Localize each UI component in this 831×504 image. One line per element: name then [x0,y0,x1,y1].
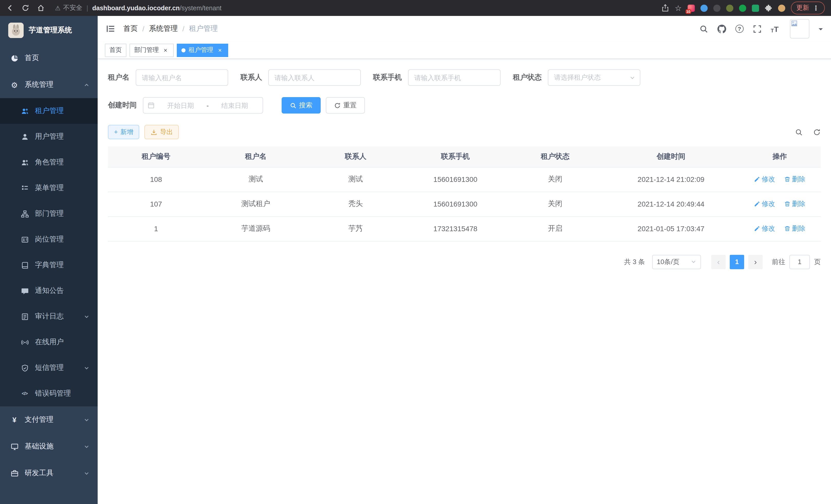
delete-label: 删除 [792,175,805,184]
delete-button[interactable]: 删除 [784,224,805,233]
tenant-name-input[interactable] [136,69,228,86]
sidebar-item-label: 首页 [25,53,39,63]
fullscreen-icon[interactable] [753,24,762,33]
sidebar-item-dict[interactable]: 字典管理 [0,252,98,278]
extension-icon-6[interactable] [752,4,759,11]
reset-button[interactable]: 重置 [326,97,365,114]
chevron-down-icon [84,417,89,422]
tenant-name-label: 租户名 [108,73,130,82]
cell-status: 关闭 [507,191,603,216]
phone-label: 联系手机 [373,73,402,82]
search-icon[interactable] [699,24,708,33]
sidebar-collapse-icon[interactable] [106,24,115,33]
cell-tenant-id: 1 [108,216,204,241]
start-date-input[interactable] [157,101,204,109]
cell-status: 开启 [507,216,603,241]
sidebar-item-role[interactable]: 角色管理 [0,149,98,175]
contact-field: 联系人 [240,69,361,86]
share-icon[interactable] [661,4,669,12]
sidebar-item-label: 研发工具 [25,469,53,478]
tab-close-icon[interactable]: × [162,47,169,54]
back-icon[interactable] [6,4,14,12]
refresh-table-icon[interactable] [813,128,821,136]
help-icon[interactable]: ? [735,25,743,33]
status-select[interactable]: 请选择租户状态 [548,69,640,86]
reload-icon[interactable] [22,4,29,12]
extension-icon-3[interactable] [713,4,720,11]
dept-tree-icon [21,210,29,218]
column-header: 租户编号 [108,146,204,167]
edit-label: 修改 [762,175,775,184]
pagination: 共 3 条 10条/页 ‹ 1 › 前往 页 [108,255,821,269]
page-size-select[interactable]: 10条/页 [652,255,701,269]
extension-icon-4[interactable] [726,4,733,11]
sidebar-item-dev-tools[interactable]: 研发工具 [0,460,98,486]
sidebar-item-notice[interactable]: 通知公告 [0,278,98,304]
system-submenu: 租户管理 用户管理 角色管理 [0,98,98,406]
sidebar-item-payment[interactable]: ¥ 支付管理 [0,406,98,433]
search-button[interactable]: 搜索 [282,97,321,114]
extensions-puzzle-icon[interactable] [765,4,772,12]
extension-icon-5[interactable] [739,4,746,11]
tab-home[interactable]: 首页 [105,43,126,57]
breadcrumb-item[interactable]: 首页 [123,24,138,33]
bookmark-star-icon[interactable]: ☆ [675,4,682,12]
chevron-down-icon [84,444,89,449]
sidebar-item-home[interactable]: 首页 [0,45,98,71]
tab-label: 首页 [110,46,122,55]
sidebar-item-audit-log[interactable]: 审计日志 [0,304,98,329]
create-time-field: 创建时间 - [108,97,263,114]
extension-icon-1[interactable]: 10 [687,4,694,11]
hide-search-icon[interactable] [795,128,803,136]
sidebar-item-post[interactable]: 岗位管理 [0,227,98,252]
breadcrumb-item[interactable]: 系统管理 [149,24,178,33]
sidebar-item-label: 用户管理 [35,132,64,141]
export-button[interactable]: 导出 [145,125,179,139]
cell-created: 2021-01-05 17:03:47 [603,216,739,241]
sidebar-item-error-code[interactable]: </> 错误码管理 [0,381,98,406]
tab-dept-manage[interactable]: 部门管理 × [130,43,174,57]
sidebar-item-label: 在线用户 [35,337,64,347]
page-number-button[interactable]: 1 [730,255,744,269]
create-time-label: 创建时间 [108,101,137,110]
chevron-down-icon [691,259,696,265]
edit-button[interactable]: 修改 [754,175,775,184]
add-button[interactable]: + 新增 [108,125,140,139]
delete-label: 删除 [792,224,805,233]
tab-tenant-manage[interactable]: 租户管理 × [177,43,228,57]
end-date-input[interactable] [211,101,258,109]
goto-page-input[interactable] [790,255,810,269]
sidebar-item-user[interactable]: 用户管理 [0,124,98,149]
delete-button[interactable]: 删除 [784,175,805,184]
user-avatar[interactable] [790,19,809,38]
extension-icon-2[interactable] [700,4,708,11]
sidebar-item-infra[interactable]: 基础设施 [0,433,98,460]
sidebar-item-dept[interactable]: 部门管理 [0,201,98,227]
date-range-picker[interactable]: - [143,97,263,114]
sidebar-item-label: 菜单管理 [35,183,64,192]
update-button[interactable]: 更新 ⋮ [791,2,825,14]
avatar-caret-down-icon[interactable] [819,28,823,32]
sidebar-item-system[interactable]: ⚙ 系统管理 [0,71,98,98]
github-icon[interactable] [717,24,726,33]
contact-input[interactable] [268,69,361,86]
sidebar-item-menu[interactable]: 菜单管理 [0,175,98,201]
address-bar[interactable]: ⚠ 不安全 | dashboard.yudao.iocoder.cn/syste… [55,4,222,12]
delete-button[interactable]: 删除 [784,199,805,209]
tab-close-icon[interactable]: × [217,47,224,54]
sidebar-menu: 首页 ⚙ 系统管理 租户管理 [0,45,98,504]
prev-page-button[interactable]: ‹ [711,255,726,269]
profile-avatar-icon[interactable] [778,4,785,11]
next-page-button[interactable]: › [748,255,763,269]
edit-button[interactable]: 修改 [754,224,775,233]
browser-home-icon[interactable] [37,4,45,12]
edit-button[interactable]: 修改 [754,199,775,209]
sidebar-item-tenant[interactable]: 租户管理 [0,98,98,124]
app-logo-row[interactable]: 芋道管理系统 [0,16,98,45]
phone-input[interactable] [408,69,500,86]
font-size-icon[interactable]: TT [771,24,779,33]
sidebar-item-sms[interactable]: 短信管理 [0,355,98,381]
kebab-menu-icon[interactable]: ⋮ [813,4,819,12]
goto-label: 前往 [772,257,785,266]
sidebar-item-online-users[interactable]: 在线用户 [0,329,98,355]
